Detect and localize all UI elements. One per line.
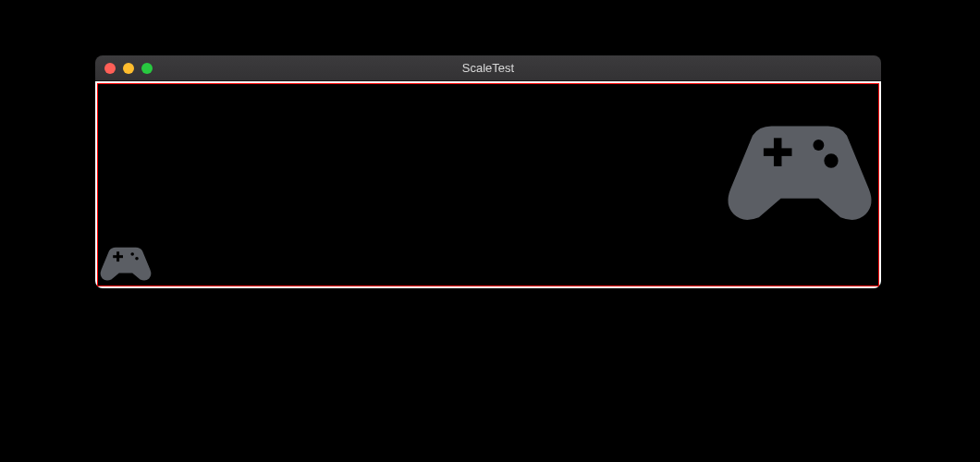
close-button[interactable] [104,63,116,74]
svg-point-2 [130,252,134,256]
svg-rect-1 [116,251,119,261]
content-area [95,81,881,288]
window-title: ScaleTest [95,61,881,75]
svg-rect-5 [774,138,782,166]
window-controls [95,63,153,74]
zoom-button[interactable] [141,63,153,74]
game-controller-icon [721,82,878,239]
game-controller-icon [98,232,153,287]
canvas [97,83,879,286]
app-window: ScaleTest [95,55,881,288]
svg-point-7 [824,153,838,167]
titlebar[interactable]: ScaleTest [95,55,881,81]
svg-point-6 [813,140,824,151]
svg-point-3 [135,257,139,261]
minimize-button[interactable] [123,63,134,74]
